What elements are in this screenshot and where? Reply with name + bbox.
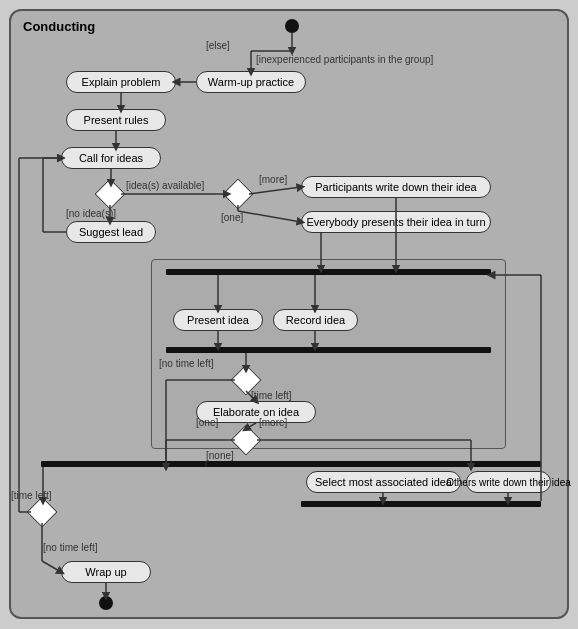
svg-text:[no idea(s)]: [no idea(s)] xyxy=(66,208,116,219)
wrap-up-node: Wrap up xyxy=(61,561,151,583)
svg-text:[idea(s) available]: [idea(s) available] xyxy=(126,180,205,191)
call-for-ideas-node: Call for ideas xyxy=(61,147,161,169)
elaborate-node: Elaborate on idea xyxy=(196,401,316,423)
present-idea-node: Present idea xyxy=(173,309,263,331)
select-most-node: Select most associated idea xyxy=(306,471,461,493)
warm-up-node: Warm-up practice xyxy=(196,71,306,93)
bottom-sync-bar-inner xyxy=(166,347,491,353)
more-one-diamond xyxy=(222,178,253,209)
everybody-presents-node: Everybody presents their idea in turn xyxy=(301,211,491,233)
svg-text:[else]: [else] xyxy=(206,40,230,51)
time-left-outer-diamond xyxy=(26,496,57,527)
svg-text:[inexperienced participants in: [inexperienced participants in the group… xyxy=(256,54,434,65)
svg-text:[one]: [one] xyxy=(221,212,243,223)
explain-node: Explain problem xyxy=(66,71,176,93)
end-node xyxy=(99,596,113,610)
svg-line-16 xyxy=(249,187,301,194)
participants-write-node: Participants write down their idea xyxy=(301,176,491,198)
diagram-container: Conducting Warm-up practice Explain prob… xyxy=(9,9,569,619)
top-sync-bar xyxy=(166,269,491,275)
svg-text:[more]: [more] xyxy=(259,174,288,185)
record-idea-node: Record idea xyxy=(273,309,358,331)
others-write-node: Others write down their idea xyxy=(466,471,551,493)
section-label: Conducting xyxy=(23,19,95,34)
ideas-available-diamond xyxy=(94,178,125,209)
start-node xyxy=(285,19,299,33)
second-sync-bar xyxy=(301,501,541,507)
svg-text:[none]: [none] xyxy=(206,450,234,461)
svg-text:[no time left]: [no time left] xyxy=(43,542,98,553)
svg-line-19 xyxy=(238,211,301,222)
svg-line-49 xyxy=(42,561,61,572)
suggest-lead-node: Suggest lead xyxy=(66,221,156,243)
bottom-sync-bar-outer xyxy=(41,461,541,467)
present-rules-node: Present rules xyxy=(66,109,166,131)
